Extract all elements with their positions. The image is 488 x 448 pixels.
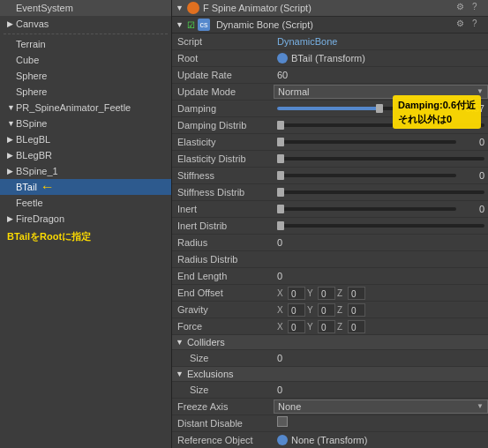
reference-object-icon <box>277 435 288 445</box>
gravity-y-label: Y <box>307 305 316 315</box>
colliders-label: Colliders <box>187 337 225 347</box>
hierarchy-item-terrain[interactable]: Terrain <box>0 36 171 52</box>
prop-value-update-rate[interactable]: 60 <box>274 67 488 83</box>
prop-force: Force X 0 Y 0 Z 0 <box>172 318 488 335</box>
stiffness-slider[interactable]: 0 <box>274 169 488 182</box>
hierarchy-label: BSpine <box>16 116 47 131</box>
prop-value-radius[interactable]: 0 <box>274 235 488 250</box>
force-y-val[interactable]: 0 <box>318 320 335 333</box>
hierarchy-item-firedragon[interactable]: ▶ FireDragon <box>0 211 171 227</box>
hierarchy-item-eventsystem[interactable]: EventSystem <box>0 0 171 16</box>
hierarchy-item-bspine1[interactable]: ▶ BSpine_1 <box>0 163 171 179</box>
exclusions-label: Exclusions <box>187 369 234 379</box>
hierarchy-item-sphere2[interactable]: Sphere <box>0 84 171 100</box>
end-offset-y-label: Y <box>307 288 316 298</box>
gravity-y-val[interactable]: 0 <box>318 303 335 317</box>
expand-arrow: ▶ <box>7 148 16 162</box>
prop-stiffness: Stiffness 0 <box>172 168 488 184</box>
hierarchy-label: Cube <box>16 53 39 67</box>
elasticity-distrib-slider[interactable] <box>274 156 488 161</box>
hierarchy-item-blegbr[interactable]: ▶ BLegBR <box>0 147 171 163</box>
prop-value-colliders-size[interactable]: 0 <box>274 350 488 366</box>
end-offset-y-val[interactable]: 0 <box>318 287 335 300</box>
hierarchy-item-sphere1[interactable]: Sphere <box>0 68 171 84</box>
elasticity-distrib-track <box>277 157 484 161</box>
prop-label-freeze-axis: Freeze Axis <box>172 399 274 414</box>
hierarchy-item-pr-spineanimator[interactable]: ▼ PR_SpineAnimator_Feetle <box>0 100 171 116</box>
prop-end-offset: End Offset X 0 Y 0 Z 0 <box>172 285 488 302</box>
elasticity-distrib-thumb <box>277 154 284 163</box>
prop-radius: Radius 0 <box>172 235 488 251</box>
end-offset-xyz: X 0 Y 0 Z 0 <box>274 286 488 301</box>
prop-end-length: End Length 0 <box>172 268 488 285</box>
distant-disable-checkbox[interactable] <box>277 416 288 427</box>
stiffness-value: 0 <box>460 170 484 181</box>
dynamic-bone-header: ▼ ☑ cs Dynamic Bone (Script) ⚙ ? <box>172 17 488 34</box>
prop-value-distant-disable[interactable] <box>274 415 488 431</box>
root-object-field[interactable]: BTail (Transform) <box>277 51 484 65</box>
hierarchy-item-bspine[interactable]: ▼ BSpine <box>0 116 171 131</box>
elasticity-slider[interactable]: 0 <box>274 136 488 148</box>
prop-inert-distrib: Inert Distrib <box>172 218 488 235</box>
hierarchy-item-feetle[interactable]: Feetle <box>0 195 171 211</box>
settings-icon2[interactable]: ⚙ <box>456 19 469 31</box>
prop-exclusions-size: Size 0 <box>172 382 488 399</box>
end-offset-z-val[interactable]: 0 <box>348 287 365 300</box>
hierarchy-item-blegbl[interactable]: ▶ BLegBL <box>0 131 171 147</box>
hierarchy-item-cube[interactable]: Cube <box>0 52 171 68</box>
hierarchy-label: FireDragon <box>16 212 64 226</box>
prop-label-script: Script <box>172 34 274 49</box>
checkbox-enabled[interactable]: ☑ <box>187 20 195 30</box>
exclusions-expand-icon: ▼ <box>176 370 184 378</box>
force-x-label: X <box>277 322 286 332</box>
prop-radius-distrib: Radius Distrib <box>172 251 488 268</box>
inert-distrib-slider[interactable] <box>274 223 488 228</box>
exclusions-section-header[interactable]: ▼ Exclusions <box>172 367 488 382</box>
gravity-xyz: X 0 Y 0 Z 0 <box>274 302 488 317</box>
prop-label-end-length: End Length <box>172 268 274 284</box>
dynamic-bone-icon: cs <box>198 19 210 31</box>
inert-distrib-thumb <box>277 221 284 230</box>
prop-label-elasticity: Elasticity <box>172 134 274 150</box>
inert-thumb <box>277 205 284 213</box>
prop-value-freeze-axis[interactable]: None <box>274 399 488 414</box>
gravity-z-val[interactable]: 0 <box>348 303 365 317</box>
stiffness-distrib-slider[interactable] <box>274 190 488 195</box>
prop-value-end-length[interactable]: 0 <box>274 268 488 284</box>
prop-label-update-rate: Update Rate <box>172 67 274 83</box>
prop-label-damping-distrib: Damping Distrib <box>172 117 274 133</box>
prop-value-reference-object[interactable]: None (Transform) <box>274 432 488 448</box>
reference-object-field[interactable]: None (Transform) <box>277 433 484 447</box>
prop-label-end-offset: End Offset <box>172 285 274 301</box>
force-z-val[interactable]: 0 <box>348 320 365 333</box>
header-icons: ⚙ ? <box>456 2 484 14</box>
script-component-icon <box>187 2 199 14</box>
inspector-panel: ▼ F Spine Animator (Script) ⚙ ? ▼ ☑ cs D… <box>172 0 488 448</box>
end-offset-x-val[interactable]: 0 <box>288 287 305 300</box>
prop-label-reference-object: Reference Object <box>172 432 274 448</box>
settings-icon[interactable]: ⚙ <box>456 2 469 14</box>
colliders-expand-icon: ▼ <box>176 338 184 347</box>
hierarchy-item-canvas[interactable]: ▶ Canvas <box>0 16 171 32</box>
damping-distrib-thumb <box>277 121 284 130</box>
end-offset-x-label: X <box>277 288 286 298</box>
prop-reference-object: Reference Object None (Transform) <box>172 432 488 448</box>
prop-gravity: Gravity X 0 Y 0 Z 0 <box>172 302 488 318</box>
script-component-header: ▼ F Spine Animator (Script) ⚙ ? <box>172 0 488 17</box>
help-icon[interactable]: ? <box>472 2 484 14</box>
help-icon2[interactable]: ? <box>472 19 484 31</box>
inert-slider[interactable]: 0 <box>274 203 488 215</box>
prop-label-inert: Inert <box>172 201 274 217</box>
prop-value-exclusions-size[interactable]: 0 <box>274 382 488 398</box>
force-x-val[interactable]: 0 <box>288 320 305 333</box>
gravity-x-val[interactable]: 0 <box>288 303 305 317</box>
prop-label-gravity: Gravity <box>172 302 274 317</box>
prop-freeze-axis: Freeze Axis None <box>172 399 488 415</box>
hierarchy-label: PR_SpineAnimator_Feetle <box>16 101 131 115</box>
divider <box>4 34 168 34</box>
force-y-label: Y <box>307 322 316 332</box>
script-header-label: F Spine Animator (Script) <box>203 3 312 13</box>
colliders-section-header[interactable]: ▼ Colliders <box>172 335 488 350</box>
dynamic-bone-header-label: Dynamic Bone (Script) <box>216 19 313 30</box>
hierarchy-item-btail[interactable]: BTail ← <box>0 179 171 195</box>
